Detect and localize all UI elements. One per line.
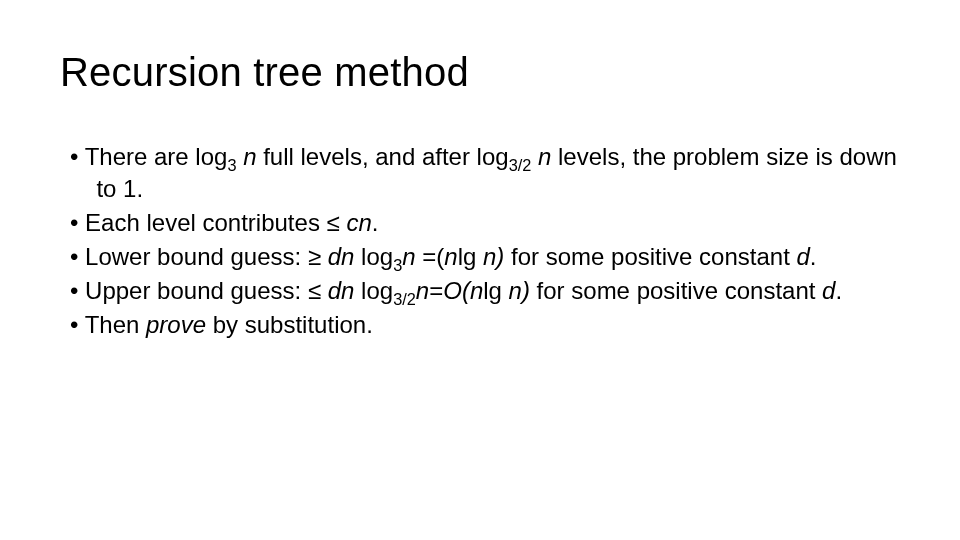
subscript: 3/2 — [509, 156, 532, 174]
bullet-item: Each level contributes ≤ cn. — [70, 207, 900, 239]
text-run: log — [354, 243, 393, 270]
emphasis-prove: prove — [146, 311, 206, 338]
text-run — [531, 143, 538, 170]
text-run: = — [429, 277, 443, 304]
text-run: . — [835, 277, 842, 304]
text-run: for some positive constant — [504, 243, 796, 270]
text-run: Each level contributes ≤ — [85, 209, 346, 236]
text-run: There are log — [85, 143, 228, 170]
text-run: . — [810, 243, 817, 270]
text-run: lg — [483, 277, 508, 304]
bullet-item: Lower bound guess: ≥ dn log3n =(nlg n) f… — [70, 241, 900, 273]
text-run: Upper bound guess: ≤ — [85, 277, 328, 304]
variable-cn: cn — [346, 209, 371, 236]
variable-n: n) — [483, 243, 504, 270]
big-o: O(n — [443, 277, 483, 304]
text-run: log — [354, 277, 393, 304]
slide: Recursion tree method There are log3 n f… — [0, 0, 960, 540]
variable-d: d — [822, 277, 835, 304]
text-run: Lower bound guess: ≥ — [85, 243, 328, 270]
variable-n: n — [538, 143, 551, 170]
variable-n: n) — [509, 277, 530, 304]
text-run: by substitution. — [206, 311, 373, 338]
bullet-list: There are log3 n full levels, and after … — [60, 141, 900, 340]
bullet-item: Then prove by substitution. — [70, 309, 900, 341]
text-run: Then — [85, 311, 146, 338]
variable-n: n — [402, 243, 415, 270]
variable-n: n — [243, 143, 256, 170]
variable-n: n — [444, 243, 457, 270]
text-run: =( — [416, 243, 445, 270]
variable-d: d — [796, 243, 809, 270]
text-run: for some positive constant — [530, 277, 822, 304]
variable-n: n — [416, 277, 429, 304]
text-run: . — [372, 209, 379, 236]
bullet-item: Upper bound guess: ≤ dn log3/2n=O(nlg n)… — [70, 275, 900, 307]
text-run: full levels, and after log — [257, 143, 509, 170]
variable-dn: dn — [328, 277, 355, 304]
subscript: 3 — [393, 256, 402, 274]
variable-dn: dn — [328, 243, 355, 270]
text-run: lg — [458, 243, 483, 270]
subscript: 3/2 — [393, 289, 416, 307]
bullet-item: There are log3 n full levels, and after … — [70, 141, 900, 205]
slide-title: Recursion tree method — [60, 50, 900, 95]
